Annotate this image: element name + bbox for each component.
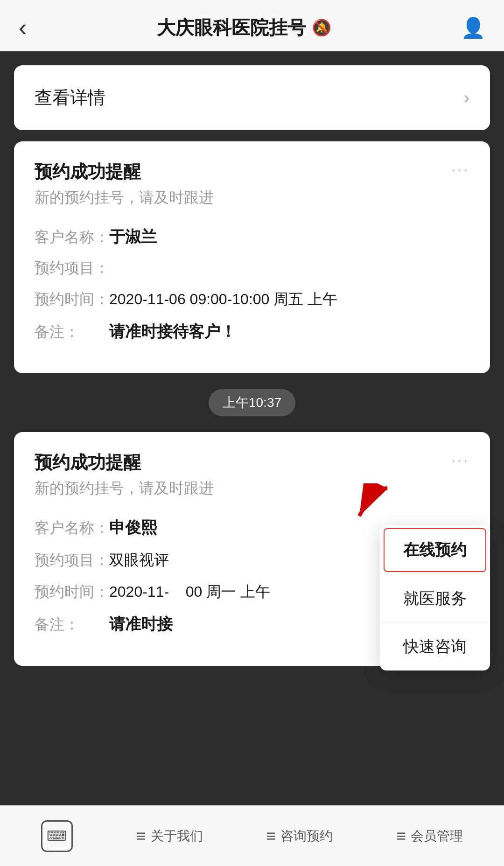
- time-badge: 上午10:37: [209, 389, 295, 416]
- info-row-name-1: 客户名称： 于淑兰: [35, 225, 469, 249]
- keyboard-button[interactable]: ⌨: [41, 820, 73, 852]
- notif-title-2: 预约成功提醒: [35, 451, 141, 475]
- first-notification-card: 预约成功提醒 ··· 新的预约挂号，请及时跟进 客户名称： 于淑兰 预约项目： …: [14, 141, 490, 373]
- bell-icon[interactable]: 🔕: [312, 18, 331, 37]
- label-name-2: 客户名称：: [35, 518, 109, 538]
- about-icon: ≡: [136, 826, 146, 846]
- label-remark-2: 备注：: [35, 615, 109, 635]
- consult-label: 咨询预约: [280, 827, 333, 845]
- bottom-item-consult[interactable]: ≡ 咨询预约: [266, 826, 333, 846]
- popup-item-quick-consult[interactable]: 快速咨询: [380, 623, 490, 666]
- back-button[interactable]: ‹: [19, 15, 27, 40]
- bottom-item-member[interactable]: ≡ 会员管理: [396, 826, 463, 846]
- red-arrow-icon: [336, 483, 397, 535]
- value-remark-1: 请准时接待客户！: [109, 320, 236, 343]
- notif-header-2: 预约成功提醒 ···: [35, 451, 469, 475]
- notif-subtitle-1: 新的预约挂号，请及时跟进: [35, 188, 469, 208]
- member-icon: ≡: [396, 826, 406, 846]
- header-title: 大庆眼科医院挂号 🔕: [157, 15, 331, 41]
- label-project-1: 预约项目：: [35, 258, 109, 279]
- time-badge-wrapper: 上午10:37: [14, 384, 490, 421]
- view-detail-label: 查看详情: [35, 86, 105, 110]
- label-name-1: 客户名称：: [35, 227, 109, 248]
- value-name-2: 申俊熙: [109, 516, 157, 539]
- keyboard-icon: ⌨: [47, 828, 67, 844]
- chevron-right-icon: ›: [464, 88, 469, 108]
- label-remark-1: 备注：: [35, 322, 109, 342]
- info-row-project-2: 预约项目： 双眼视评 在线预约 就医服务: [35, 549, 469, 571]
- member-label: 会员管理: [411, 827, 463, 845]
- value-time-2: 2020-11- 00 周一 上午: [109, 580, 270, 603]
- info-row-time-1: 预约时间： 2020-11-06 09:00-10:00 周五 上午: [35, 288, 469, 310]
- notif-subtitle-2: 新的预约挂号，请及时跟进: [35, 478, 469, 499]
- user-icon[interactable]: 👤: [461, 16, 485, 39]
- popup-item-online-appt[interactable]: 在线预约: [384, 528, 486, 572]
- notif-menu-2[interactable]: ···: [451, 452, 469, 469]
- second-notification-card: 预约成功提醒 ··· 新的预约挂号，请及时跟进 客户名称： 申俊熙 预约项目： …: [14, 432, 490, 666]
- header: ‹ 大庆眼科医院挂号 🔕 👤: [0, 0, 504, 51]
- notif-header-1: 预约成功提醒 ···: [35, 160, 469, 184]
- info-row-remark-1: 备注： 请准时接待客户！: [35, 320, 469, 343]
- notif-title-1: 预约成功提醒: [35, 160, 141, 184]
- popup-overlay: 在线预约 就医服务 快速咨询: [380, 525, 490, 666]
- about-label: 关于我们: [151, 827, 203, 845]
- value-remark-2: 请准时接: [109, 612, 173, 636]
- title-text: 大庆眼科医院挂号: [157, 15, 306, 41]
- view-detail-card[interactable]: 查看详情 ›: [14, 65, 490, 130]
- value-name-1: 于淑兰: [109, 225, 157, 249]
- label-time-1: 预约时间：: [35, 289, 109, 310]
- content-area: 查看详情 › 预约成功提醒 ··· 新的预约挂号，请及时跟进 客户名称： 于淑兰…: [0, 51, 504, 805]
- popup-menu: 在线预约 就医服务 快速咨询: [380, 525, 490, 666]
- value-time-1: 2020-11-06 09:00-10:00 周五 上午: [109, 288, 337, 310]
- popup-item-medical-service[interactable]: 就医服务: [380, 575, 490, 623]
- notif-menu-1[interactable]: ···: [451, 161, 469, 178]
- label-project-2: 预约项目：: [35, 550, 109, 571]
- info-row-project-1: 预约项目：: [35, 258, 469, 279]
- label-time-2: 预约时间：: [35, 582, 109, 602]
- bottom-item-about[interactable]: ≡ 关于我们: [136, 826, 203, 846]
- bottom-bar: ⌨ ≡ 关于我们 ≡ 咨询预约 ≡ 会员管理: [0, 805, 504, 866]
- second-notif-wrapper: 预约成功提醒 ··· 新的预约挂号，请及时跟进 客户名称： 申俊熙 预约项目： …: [14, 432, 490, 666]
- consult-icon: ≡: [266, 826, 276, 846]
- value-project-2: 双眼视评: [109, 549, 169, 571]
